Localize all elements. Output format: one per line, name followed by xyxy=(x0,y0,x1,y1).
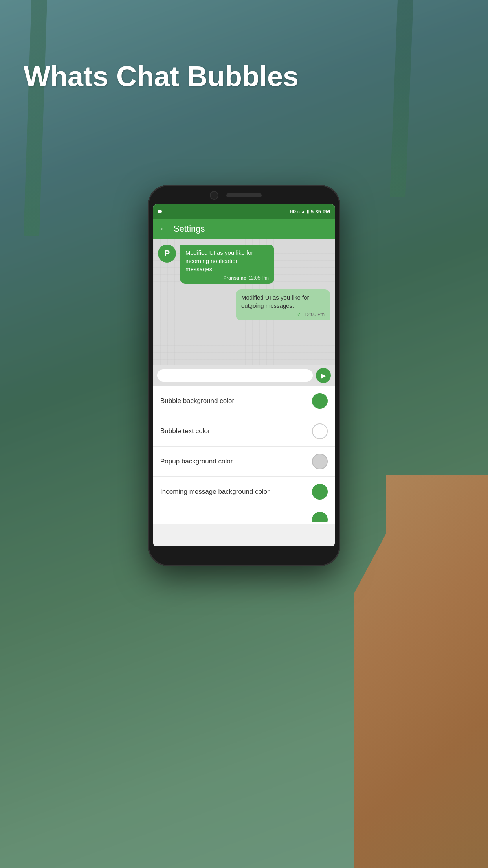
hd-icon: HD xyxy=(290,209,296,214)
incoming-message: P Modified UI as you like for incoming n… xyxy=(158,245,330,284)
settings-item-bubble-bg[interactable]: Bubble background color xyxy=(153,386,335,416)
wifi-icon: ▲ xyxy=(301,209,305,214)
popup-bg-label: Popup background color xyxy=(160,458,233,465)
outgoing-time: 12:05 Pm xyxy=(305,311,325,318)
phone-mockup: HD ⌂ ▲ ▮ 5:35 PM ← Settings P xyxy=(148,185,340,833)
phone-camera xyxy=(210,191,218,200)
settings-item-incoming-bg[interactable]: Incoming message background color xyxy=(153,477,335,507)
chat-area: P Modified UI as you like for incoming n… xyxy=(153,239,335,365)
settings-item-popup-bg[interactable]: Popup background color xyxy=(153,447,335,477)
partial-color-swatch[interactable] xyxy=(312,512,328,528)
outgoing-bubble: Modified UI as you like for outgoing mes… xyxy=(236,289,330,320)
status-dot-icon xyxy=(158,210,162,213)
settings-item-bubble-text[interactable]: Bubble text color xyxy=(153,416,335,447)
settings-item-partial[interactable] xyxy=(153,507,335,524)
send-button[interactable]: ▶ xyxy=(316,368,331,383)
bubble-text-label: Bubble text color xyxy=(160,427,210,435)
sender-name: Pransuinc xyxy=(224,275,246,281)
input-area: ▶ xyxy=(153,365,335,386)
signal-icon: ⌂ xyxy=(297,209,300,214)
bubble-text-color-swatch[interactable] xyxy=(312,423,328,439)
status-time: 5:35 PM xyxy=(311,209,330,215)
toolbar-title: Settings xyxy=(174,224,205,234)
outgoing-message: Modified UI as you like for outgoing mes… xyxy=(158,289,330,320)
incoming-bg-label: Incoming message background color xyxy=(160,488,270,496)
incoming-meta: Pransuinc 12:05 Pm xyxy=(185,275,269,281)
popup-bg-color-swatch[interactable] xyxy=(312,454,328,469)
phone-speaker xyxy=(226,193,262,197)
network-icons: HD ⌂ ▲ ▮ xyxy=(290,209,308,214)
back-button[interactable]: ← xyxy=(160,224,168,234)
avatar: P xyxy=(158,245,176,263)
status-bar: HD ⌂ ▲ ▮ 5:35 PM xyxy=(153,204,335,219)
settings-list: Bubble background color Bubble text colo… xyxy=(153,386,335,524)
toolbar: ← Settings xyxy=(153,219,335,239)
phone-screen: HD ⌂ ▲ ▮ 5:35 PM ← Settings P xyxy=(153,204,335,546)
incoming-time: 12:05 Pm xyxy=(249,275,269,281)
bubble-bg-color-swatch[interactable] xyxy=(312,393,328,409)
check-icon: ✓ xyxy=(297,311,301,318)
page-title: Whats Chat Bubbles xyxy=(24,61,299,92)
battery-icon: ▮ xyxy=(306,209,309,214)
message-input[interactable] xyxy=(157,369,313,382)
status-left xyxy=(158,210,162,213)
outgoing-meta: ✓ 12:05 Pm xyxy=(241,311,325,318)
outgoing-message-text: Modified UI as you like for outgoing mes… xyxy=(241,294,309,309)
incoming-bubble: Modified UI as you like for incoming not… xyxy=(180,245,274,284)
status-right: HD ⌂ ▲ ▮ 5:35 PM xyxy=(290,209,330,215)
phone-frame: HD ⌂ ▲ ▮ 5:35 PM ← Settings P xyxy=(148,185,340,566)
incoming-message-text: Modified UI as you like for incoming not… xyxy=(185,249,253,272)
bubble-bg-label: Bubble background color xyxy=(160,397,234,405)
incoming-bg-color-swatch[interactable] xyxy=(312,484,328,500)
